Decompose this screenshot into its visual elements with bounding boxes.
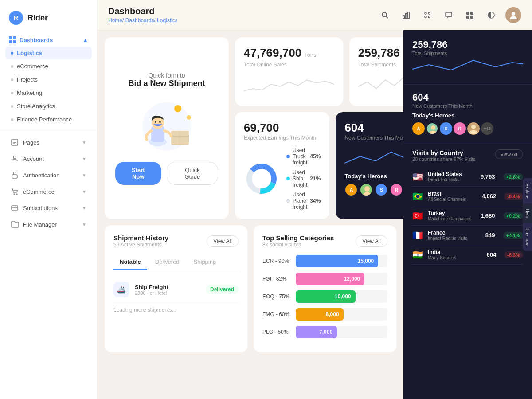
sidebar-item-subscriptions[interactable]: Subscriptions ▼ [5, 200, 92, 216]
change-br: -0.4% [504, 193, 523, 200]
sidebar-item-ecommerce[interactable]: eCommerce [5, 60, 92, 73]
bar-row-eoq: EOQ - 75% 10,000 [262, 290, 387, 303]
tab-delivered[interactable]: Delivered [149, 255, 186, 270]
account-label: Account [23, 156, 44, 162]
quick-guide-button[interactable]: Quick Guide [167, 162, 218, 185]
hero-subtitle: Quick form to [148, 72, 185, 79]
sidebar-item-projects[interactable]: Projects [5, 73, 92, 86]
sidebar-item-auth[interactable]: Authentication ▼ [5, 167, 92, 183]
avatar-2 [360, 183, 373, 196]
sidebar-item-logistics[interactable]: Logistics [5, 47, 92, 59]
total-sales-card: 47,769,700 Tons Total Online Sales [235, 37, 343, 106]
subscriptions-chevron: ▼ [82, 206, 86, 211]
svg-point-11 [16, 194, 17, 195]
bar-row-fmg: FMG - 60% 8,000 [262, 308, 387, 321]
bar-val-ecr: 15,000 [358, 258, 374, 264]
categories-view-all[interactable]: View All [356, 235, 387, 247]
grid-icon[interactable] [420, 8, 434, 22]
right-avatar-r: R [454, 122, 466, 135]
breadcrumb: Home/ Dashboards/ Logistics [108, 17, 178, 23]
sidebar-item-ecommerce2[interactable]: eCommerce ▼ [5, 184, 92, 200]
tab-shipping[interactable]: Shipping [188, 255, 223, 270]
chart-icon[interactable] [399, 8, 413, 22]
svg-point-22 [428, 16, 430, 18]
categories-header: Top Selling Categories 8k social visitor… [262, 234, 387, 248]
avatar-r: R [390, 183, 403, 196]
svg-point-36 [155, 121, 156, 123]
right-stats: 259,786 Total Shipments [412, 39, 523, 75]
svg-point-20 [428, 12, 430, 14]
avatar[interactable] [505, 7, 521, 23]
dashboards-chevron: ▲ [82, 37, 88, 43]
dashboards-header[interactable]: Dashboards ▲ [5, 34, 92, 46]
bar-row-fgi: FGI - 82% 12,000 [262, 273, 387, 285]
sales-chart [244, 73, 334, 95]
header: Dashboard Home/ Dashboards/ Logistics [98, 0, 532, 30]
svg-point-8 [13, 156, 16, 159]
sidebar-item-finance[interactable]: Finance Performance [5, 113, 92, 126]
bar-val-eoq: 10,000 [335, 293, 351, 300]
tab-help[interactable]: Help [523, 203, 532, 223]
bars-container: ECR - 90% 15,000 FGI - 82% 1 [262, 255, 387, 338]
sidebar-item-store-analytics[interactable]: Store Analytics [5, 100, 92, 113]
account-chevron: ▼ [82, 156, 86, 161]
bar-val-fgi: 12,000 [344, 276, 360, 282]
flag-fr: 🇫🇷 [412, 230, 423, 241]
sales-value: 47,769,700 [244, 46, 301, 60]
right-avatars: A S R +42 [412, 122, 523, 135]
logo-icon: R [9, 11, 23, 25]
bar-fill-eoq: 10,000 [296, 290, 356, 303]
pages-label: Pages [23, 139, 39, 146]
svg-line-15 [386, 16, 388, 18]
breadcrumb-current: Logistics [157, 17, 178, 23]
tab-buy-now[interactable]: Buy now [523, 223, 532, 251]
sidebar-item-pages[interactable]: Pages ▼ [5, 134, 92, 150]
hero-card: Quick form to Bid a New Shipment [105, 37, 229, 219]
start-now-button[interactable]: Start Now [115, 162, 161, 185]
sales-label: Total Online Sales [244, 62, 334, 68]
sidebar-item-filemanager[interactable]: File Manager ▼ [5, 216, 92, 232]
messages-icon[interactable] [442, 8, 456, 22]
svg-rect-24 [466, 12, 469, 15]
earnings-card: 69,700 Expected Earnings This Month [235, 112, 329, 219]
shipment-history-title: Shipment History [113, 234, 168, 242]
bar-fill-ecr: 15,000 [296, 255, 378, 267]
bar-fill-fgi: 12,000 [296, 273, 364, 285]
visits-view-all[interactable]: View All [495, 149, 523, 159]
ecommerce-label: eCommerce [23, 188, 55, 195]
svg-point-14 [382, 12, 387, 17]
customers-label: New Customers This Month [344, 135, 403, 141]
shipment-view-all[interactable]: View All [207, 235, 239, 247]
search-icon[interactable] [378, 8, 392, 22]
sidebar-item-marketing[interactable]: Marketing [5, 86, 92, 99]
tab-explore[interactable]: Explore [523, 178, 532, 204]
sidebar-item-account[interactable]: Account ▼ [5, 151, 92, 167]
legend-ship: Used Ship freight 21% [286, 169, 321, 188]
svg-point-29 [512, 12, 515, 16]
avatar-s: S [375, 183, 388, 196]
change-tr: +0.2% [503, 212, 524, 219]
country-info-tr: Turkey Mailchimp Campaigns [428, 210, 476, 221]
svg-point-37 [159, 121, 161, 123]
bar-fill-plg: 7,000 [296, 326, 337, 338]
hero-illustration [131, 100, 202, 153]
country-row-br: 🇧🇷 Brasil All Social Channels 4,062 -0.4… [412, 187, 523, 206]
svg-rect-12 [12, 206, 18, 210]
ecommerce-chevron: ▼ [82, 189, 86, 194]
legend-truck: Used Truck freight 45% [286, 147, 321, 166]
bar-label-plg: PLG - 50% [262, 329, 291, 335]
bar-track-fmg: 8,000 [296, 308, 387, 321]
svg-point-47 [471, 125, 476, 129]
theme-toggle[interactable] [484, 8, 498, 22]
customers-value: 604 [344, 121, 403, 135]
bar-label-eoq: EOQ - 75% [262, 293, 291, 300]
svg-rect-18 [408, 12, 409, 18]
tab-notable[interactable]: Notable [113, 255, 147, 270]
header-left: Dashboard Home/ Dashboards/ Logistics [108, 6, 178, 23]
right-shipments-chart [412, 56, 523, 74]
dot-icon [11, 78, 13, 81]
svg-point-21 [425, 16, 426, 18]
sales-unit: Tons [304, 51, 316, 58]
apps-icon[interactable] [463, 8, 477, 22]
shipment-history-header: Shipment History 59 Active Shipments Vie… [113, 234, 239, 248]
